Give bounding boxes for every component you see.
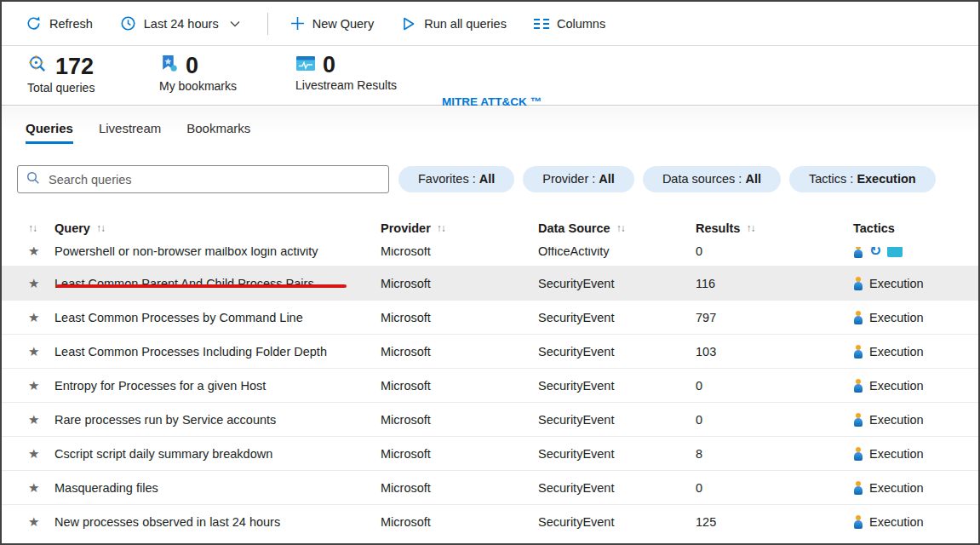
favorite-star-icon[interactable]: ★ — [28, 310, 54, 325]
provider-cell: Microsoft — [381, 515, 538, 529]
livestream-results-stat: 0 Livestream Results — [295, 54, 397, 92]
filter-favorites[interactable]: Favorites : All — [398, 166, 514, 192]
query-cell: Powershell or non-browser mailbox login … — [54, 247, 381, 258]
data-source-cell: OfficeActivity — [538, 247, 696, 258]
execution-icon — [853, 413, 863, 427]
table-row[interactable]: ★ Powershell or non-browser mailbox logi… — [2, 247, 978, 266]
refresh-button[interactable]: Refresh — [26, 15, 93, 32]
data-source-cell: SecurityEvent — [538, 447, 696, 461]
tab-livestream[interactable]: Livestream — [99, 121, 161, 144]
favorite-star-icon[interactable]: ★ — [28, 276, 54, 291]
table-row[interactable]: ★ Masquerading files Microsoft SecurityE… — [2, 470, 978, 504]
tactic-label: Execution — [869, 447, 924, 461]
command-bar: Refresh Last 24 hours New Query Run all … — [2, 2, 978, 46]
tactic-label: Execution — [869, 379, 924, 393]
execution-icon — [853, 277, 863, 290]
tactics-cell: Execution — [853, 413, 978, 427]
column-header-results[interactable]: Results↑↓ — [696, 221, 853, 235]
sort-arrows-icon: ↑↓ — [28, 222, 37, 234]
favorite-star-icon[interactable]: ★ — [28, 412, 54, 427]
favorite-star-icon[interactable]: ★ — [28, 378, 54, 393]
tactics-cell: Execution — [853, 277, 978, 290]
columns-button[interactable]: Columns — [534, 17, 605, 31]
run-all-queries-button[interactable]: Run all queries — [401, 16, 507, 32]
columns-label: Columns — [557, 17, 605, 31]
toolbar-divider — [267, 13, 268, 35]
table-row[interactable]: ★ Least Common Parent And Child Process … — [2, 266, 978, 300]
hunting-page: Refresh Last 24 hours New Query Run all … — [0, 0, 980, 545]
favorite-star-icon[interactable]: ★ — [28, 344, 54, 359]
column-header-data-source[interactable]: Data Source↑↓ — [538, 221, 696, 235]
execution-icon — [853, 481, 863, 495]
execution-icon — [853, 447, 863, 461]
target-magnifier-icon — [27, 54, 49, 78]
execution-icon — [853, 311, 863, 324]
tab-list: Queries Livestream Bookmarks — [26, 121, 250, 144]
my-bookmarks-stat: 0 My bookmarks — [159, 54, 237, 93]
tactic-label: Execution — [869, 345, 924, 359]
table-row[interactable]: ★ Least Common Processes by Command Line… — [2, 300, 978, 334]
column-header-query[interactable]: Query↑↓ — [54, 221, 381, 235]
clipped-row-wrapper: ★ Powershell or non-browser mailbox logi… — [2, 247, 978, 266]
data-source-cell: SecurityEvent — [538, 481, 696, 495]
column-header-provider[interactable]: Provider↑↓ — [381, 221, 538, 235]
tactics-cell: Execution — [853, 311, 978, 324]
tactics-cell: Execution — [853, 379, 978, 393]
execution-icon — [853, 379, 863, 393]
tactics-cell: Execution — [853, 345, 978, 359]
query-cell: Least Common Processes Including Folder … — [54, 345, 381, 359]
sort-arrows-icon: ↑↓ — [616, 222, 625, 234]
execution-icon — [853, 515, 863, 529]
query-cell: Least Common Processes by Command Line — [54, 311, 381, 324]
tactic-label: Execution — [869, 413, 924, 427]
filter-data-sources[interactable]: Data sources : All — [643, 166, 781, 192]
table-row[interactable]: ★ Rare processes run by Service accounts… — [2, 402, 978, 436]
search-input[interactable] — [47, 172, 380, 187]
favorite-star-icon[interactable]: ★ — [28, 480, 54, 496]
table-row[interactable]: ★ Cscript script daily summary breakdown… — [2, 436, 978, 470]
query-cell: Masquerading files — [54, 481, 381, 495]
favorite-star-icon[interactable]: ★ — [28, 514, 54, 530]
new-query-button[interactable]: New Query — [290, 16, 375, 31]
livestream-icon — [295, 54, 316, 76]
column-header-favorite[interactable]: ↑↓ — [20, 222, 54, 234]
time-range-label: Last 24 hours — [144, 17, 219, 31]
filter-pills: Favorites : All Provider : All Data sour… — [398, 166, 936, 192]
table-row[interactable]: ★ Least Common Processes Including Folde… — [2, 334, 978, 368]
favorite-star-icon[interactable]: ★ — [28, 247, 54, 259]
tactic-label: Execution — [869, 481, 924, 495]
persistence-icon: ↻ — [869, 247, 881, 258]
table-row[interactable]: ★ New processes observed in last 24 hour… — [2, 504, 978, 538]
time-range-dropdown[interactable]: Last 24 hours — [120, 15, 240, 32]
run-all-label: Run all queries — [424, 17, 507, 31]
tab-queries[interactable]: Queries — [26, 121, 73, 144]
results-cell: 116 — [696, 277, 853, 290]
results-cell: 0 — [696, 481, 853, 495]
stats-band: 172 Total queries 0 My bookmarks — [2, 46, 978, 106]
tabs-band: Queries Livestream Bookmarks — [2, 106, 978, 156]
provider-cell: Microsoft — [381, 481, 538, 495]
results-cell: 103 — [696, 345, 853, 359]
red-underline-annotation — [56, 284, 347, 288]
total-queries-label: Total queries — [27, 81, 95, 95]
tab-bookmarks[interactable]: Bookmarks — [186, 121, 250, 144]
table-row[interactable]: ★ Entropy for Processes for a given Host… — [2, 368, 978, 402]
total-queries-value: 172 — [55, 55, 94, 77]
queries-table: ↑↓ Query↑↓ Provider↑↓ Data Source↑↓ Resu… — [2, 209, 978, 538]
filter-tactics[interactable]: Tactics : Execution — [789, 166, 936, 192]
execution-icon — [853, 345, 863, 359]
sort-arrows-icon: ↑↓ — [437, 222, 445, 234]
provider-cell: Microsoft — [381, 311, 538, 324]
search-box[interactable] — [17, 165, 389, 193]
tactic-label: Execution — [869, 515, 924, 529]
query-cell: Least Common Parent And Child Process Pa… — [54, 277, 381, 290]
data-source-cell: SecurityEvent — [538, 345, 696, 359]
favorite-star-icon[interactable]: ★ — [28, 446, 54, 462]
execution-icon — [853, 247, 863, 258]
query-cell: Rare processes run by Service accounts — [54, 413, 381, 427]
provider-cell: Microsoft — [381, 413, 538, 427]
column-header-tactics[interactable]: Tactics — [853, 221, 978, 235]
my-bookmarks-value: 0 — [186, 54, 198, 77]
filter-provider[interactable]: Provider : All — [523, 166, 634, 192]
data-source-cell: SecurityEvent — [538, 413, 696, 427]
